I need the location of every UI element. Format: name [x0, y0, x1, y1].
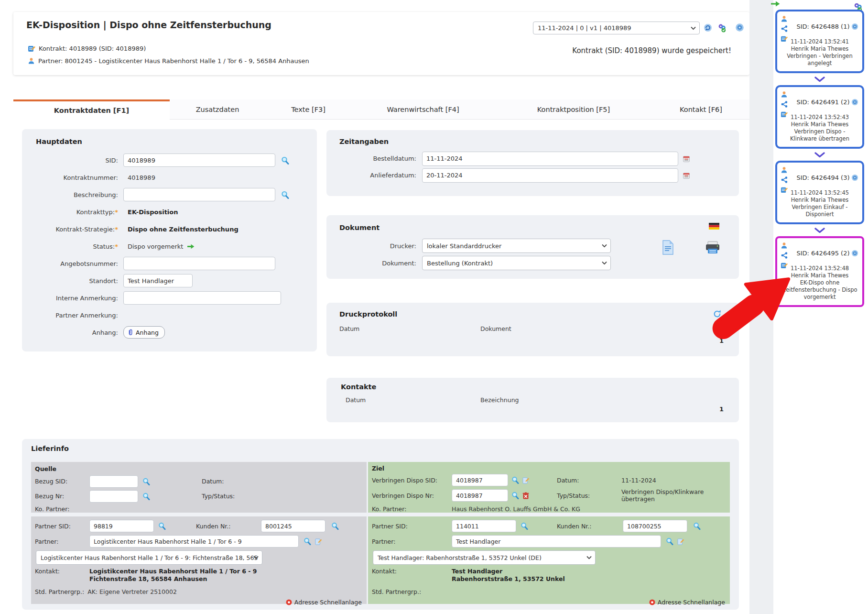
- share-icon: [781, 252, 788, 260]
- sync-icon[interactable]: [703, 23, 713, 33]
- anlieferdatum-input[interactable]: [422, 168, 678, 183]
- version-select[interactable]: 11-11-2024 | 0 | v1 | 4018989: [533, 22, 700, 34]
- german-flag-icon[interactable]: [709, 223, 719, 230]
- search-icon[interactable]: [158, 522, 166, 530]
- ziel-typ-status-value: Verbringen Dispo/Klinkware übertragen: [621, 488, 731, 503]
- quelle-datum-label: Datum:: [202, 478, 224, 485]
- standort-input[interactable]: [123, 274, 193, 287]
- delete-icon[interactable]: [522, 492, 529, 499]
- ziel-adresse-schnellanlage-link[interactable]: Adresse Schnellanlage: [649, 599, 725, 606]
- printer-icon[interactable]: [705, 241, 720, 254]
- beschreibung-input[interactable]: [123, 188, 275, 201]
- document-preview-icon[interactable]: [662, 240, 674, 255]
- workflow-timeline: SID: 6426488 (1) 11-11-2024 13:52:41 Hen…: [775, 10, 864, 307]
- quelle-partner-sid-input[interactable]: [89, 520, 154, 532]
- quelle-std-partnergrp-value: AK: Eigene Vertreter 2510002: [87, 588, 177, 595]
- ziel-address-select[interactable]: Test Handlager: Rabenhorststraße 1, 5357…: [373, 550, 596, 565]
- bezug-nr-label: Bezug Nr:: [35, 493, 86, 500]
- search-icon[interactable]: [511, 476, 519, 484]
- quelle-address-select[interactable]: Logistikcenter Haus Rabenhorst Halle 1 /…: [36, 550, 262, 565]
- disc-icon[interactable]: [735, 23, 744, 32]
- lieferinfo-heading: Lieferinfo: [31, 445, 69, 452]
- kontakte-heading: Kontakte: [341, 383, 376, 391]
- bezug-sid-input[interactable]: [89, 475, 138, 488]
- search-icon[interactable]: [142, 478, 150, 485]
- timeline-card-1[interactable]: SID: 6426488 (1) 11-11-2024 13:52:41 Hen…: [775, 10, 864, 73]
- edit-document-icon: [781, 35, 788, 44]
- dokument-panel: Dokument Drucker: lokaler Standarddrucke…: [326, 215, 739, 279]
- bezug-nr-input[interactable]: [89, 490, 138, 503]
- lieferinfo-panel: Lieferinfo Quelle Bezug SID: Datum: Bezu…: [22, 439, 739, 610]
- status-arrow-icon[interactable]: [187, 244, 195, 249]
- ziel-partner-sid-input[interactable]: [452, 520, 516, 532]
- edit-document-icon[interactable]: [522, 477, 530, 484]
- column-header-bezeichnung: Bezeichnung: [480, 396, 519, 404]
- column-header-datum: Datum: [339, 325, 359, 332]
- kontraktnummer-label: Kontraktnummer:: [32, 174, 123, 181]
- tab-kontakt[interactable]: Kontakt [F6]: [652, 99, 749, 119]
- bestelldatum-input[interactable]: [422, 152, 678, 166]
- hauptdaten-heading: Hauptdaten: [36, 138, 317, 145]
- ziel-partner-sid-label: Partner SID:: [372, 523, 448, 530]
- ziel-kunden-nr-input[interactable]: [623, 520, 687, 532]
- ziel-kontakt-label: Kontakt:: [372, 568, 448, 575]
- timeline-card-3[interactable]: SID: 6426494 (3) 11-11-2024 13:52:45 Hen…: [775, 161, 864, 224]
- quick-add-icon: [649, 599, 655, 605]
- search-icon[interactable]: [142, 493, 150, 500]
- search-icon[interactable]: [281, 191, 289, 199]
- search-icon[interactable]: [281, 156, 289, 164]
- partner-anmerkung-label: Partner Anmerkung:: [32, 312, 123, 319]
- strategie-value: Dispo ohne Zeitfensterbuchung: [128, 226, 239, 233]
- quelle-kunden-nr-input[interactable]: [261, 520, 326, 532]
- calendar-icon[interactable]: [683, 155, 690, 162]
- search-icon[interactable]: [331, 522, 339, 530]
- tab-kontraktposition[interactable]: Kontraktposition [F5]: [495, 99, 652, 119]
- edit-document-icon[interactable]: [677, 538, 684, 545]
- ziel-datum-label: Datum:: [557, 477, 579, 484]
- drucker-select[interactable]: lokaler Standarddrucker: [422, 239, 611, 253]
- kontrakttyp-value: EK-Disposition: [128, 208, 178, 216]
- bestelldatum-label: Bestelldatum:: [334, 155, 422, 162]
- search-icon[interactable]: [666, 537, 673, 545]
- calendar-icon[interactable]: [683, 172, 690, 179]
- search-icon[interactable]: [693, 522, 701, 530]
- angebotsnummer-input[interactable]: [123, 257, 275, 270]
- red-annotation-arrow: [709, 264, 807, 340]
- card-datetime: 11-11-2024 13:52:41: [780, 38, 859, 45]
- search-icon[interactable]: [511, 492, 519, 499]
- verbringen-sid-label: Verbringen Dispo SID:: [372, 477, 448, 484]
- dokument-select[interactable]: Bestellung (Kontrakt): [422, 256, 611, 270]
- quelle-partner-input[interactable]: [89, 535, 299, 548]
- verbringen-sid-input[interactable]: [452, 474, 508, 486]
- card-user: Henrik Maria Thewes: [780, 121, 859, 128]
- row-count: 1: [719, 406, 724, 413]
- share-icon: [781, 101, 788, 109]
- page-title: EK-Disposition | Dispo ohne Zeitfensterb…: [26, 20, 271, 30]
- interne-anmerkung-label: Interne Anmerkung:: [32, 295, 123, 302]
- zeitangaben-heading: Zeitangaben: [339, 138, 739, 145]
- anhang-button[interactable]: Anhang: [123, 326, 165, 339]
- edit-document-icon[interactable]: [315, 538, 322, 545]
- interne-anmerkung-input[interactable]: [123, 291, 281, 305]
- disc-icon: [851, 23, 858, 32]
- card-sid: SID: 6426488 (1): [780, 14, 859, 38]
- search-icon[interactable]: [521, 522, 528, 530]
- user-icon: [781, 91, 788, 99]
- tab-texte[interactable]: Texte [F3]: [265, 99, 351, 119]
- verbringen-nr-input[interactable]: [452, 489, 508, 502]
- chevron-down-icon: [602, 262, 607, 265]
- timeline-card-2[interactable]: SID: 6426491 (2) 11-11-2024 13:52:43 Hen…: [775, 85, 864, 149]
- tab-zusatzdaten[interactable]: Zusatzdaten: [170, 99, 265, 119]
- sid-input[interactable]: [123, 154, 275, 167]
- ziel-partner-input[interactable]: [452, 535, 661, 548]
- tab-kontraktdaten[interactable]: Kontraktdaten [F1]: [13, 99, 170, 120]
- quelle-adresse-schnellanlage-link[interactable]: Adresse Schnellanlage: [286, 599, 362, 606]
- kontrakt-line: Kontrakt: 4018989 (SID: 4018989): [39, 45, 146, 52]
- chevron-down-icon: [775, 73, 864, 85]
- quelle-header-block: Quelle Bezug SID: Datum: Bezug Nr: Typ/S…: [31, 462, 367, 513]
- workflow-gears-icon[interactable]: [717, 23, 727, 33]
- tab-warenwirtschaft[interactable]: Warenwirtschaft [F4]: [351, 99, 495, 119]
- ziel-datum-value: 11-11-2024: [621, 477, 656, 484]
- search-icon[interactable]: [304, 537, 311, 545]
- chevron-down-icon: [691, 26, 696, 30]
